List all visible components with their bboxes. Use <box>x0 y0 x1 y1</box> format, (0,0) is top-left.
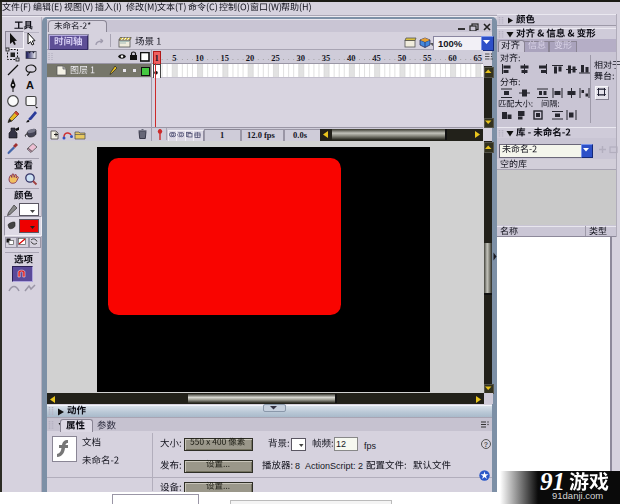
svg-text:?: ? <box>484 441 488 448</box>
